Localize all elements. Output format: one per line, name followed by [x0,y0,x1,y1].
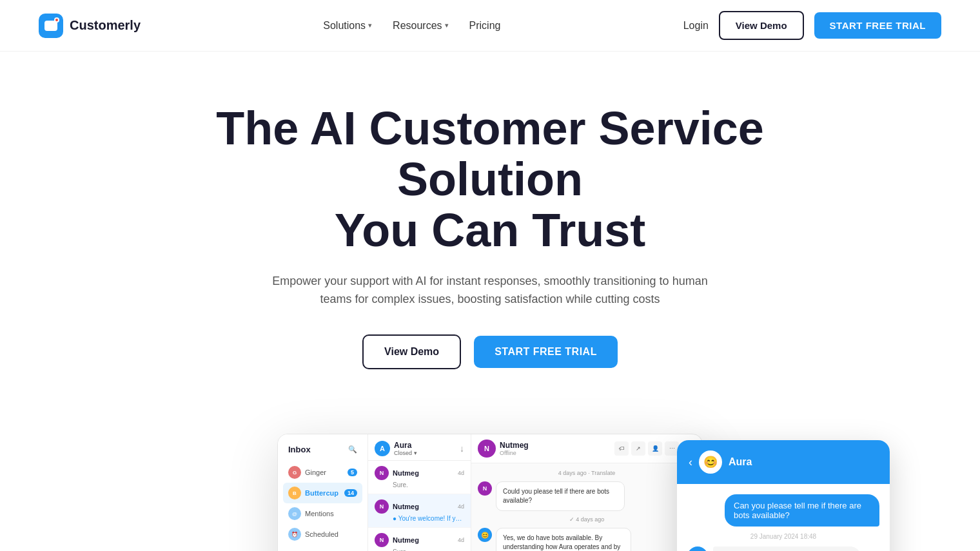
logo-text: Customerly [70,18,141,33]
widget-msg-bot-1: Yes, we do have bots available. They can… [713,546,861,551]
nav-resources[interactable]: Resources ▾ [393,20,448,32]
widget-messages: Can you please tell me if there are bots… [677,484,890,551]
conv-list-name: Aura [394,441,417,450]
conv-nutmeg-1[interactable]: N Nutmeg 4d Sure. [368,461,471,494]
conversation-list: A Aura Closed ▾ ↓ N Nutmeg 4d [368,434,471,551]
navbar: Customerly Solutions ▾ Resources ▾ Prici… [0,0,980,52]
teams-section-label: Teams ▾ [283,545,362,551]
nav-links: Solutions ▾ Resources ▾ Pricing [323,20,500,32]
inbox-ginger[interactable]: G Ginger 5 [283,462,362,483]
avatar-scheduled: ⏰ [288,528,301,541]
hero-headline: The AI Customer Service Solution You Can… [193,103,787,256]
hero-cta-buttons: View Demo START FREE TRIAL [193,334,787,369]
chat-user-info: Nutmeg Offline [500,441,529,456]
widget-msg-user-1: Can you please tell me if there are bots… [725,494,879,527]
app-window: Inbox 🔍 G Ginger 5 B Buttercup 14 @ Ment… [277,434,703,551]
chevron-down-icon: ▾ [445,21,449,30]
chat-user-avatar: N [478,440,496,458]
send-button[interactable]: ↗ [631,441,645,456]
hero-section: The AI Customer Service Solution You Can… [168,52,812,434]
assign-button[interactable]: 👤 [648,441,662,456]
conv-avatar: N [375,466,389,480]
avatar-mentions: @ [288,507,301,520]
hero-subtext: Empower your support with AI for instant… [264,272,716,309]
widget-msg-bot-row: 😊 Yes, we do have bots available. They c… [687,546,879,551]
conv-nutmeg-2[interactable]: N Nutmeg 4d ● You're welcome! If you h..… [368,494,471,528]
view-demo-button[interactable]: View Demo [719,11,804,40]
start-trial-button-nav[interactable]: START FREE TRIAL [814,12,941,39]
avatar-buttercup: B [288,487,301,499]
msg-user-avatar: N [478,481,492,496]
back-icon[interactable]: ‹ [689,456,692,469]
msg-bot-avatar: 😊 [478,528,492,542]
msg-row-user: N Could you please tell if there are bot… [478,481,696,511]
widget-bot-avatar: 😊 [699,450,722,474]
chevron-down-icon: ▾ [368,21,372,30]
widget-header: ‹ 😊 Aura [677,440,890,484]
chat-area: N Nutmeg Offline 🏷 ↗ 👤 ⋯ ⚙ 4 days ago · … [471,434,702,551]
message-date-1: 4 days ago · Translate [478,470,696,476]
avatar-ginger: G [288,466,301,479]
inbox-mentions[interactable]: @ Mentions [283,503,362,524]
login-button[interactable]: Login [683,20,709,32]
inbox-scheduled[interactable]: ⏰ Scheduled [283,524,362,545]
widget-bot-icon: 😊 [687,546,708,551]
tag-button[interactable]: 🏷 [614,441,629,456]
msg-row-bot: 😊 Yes, we do have bots available. By und… [478,528,696,551]
logo[interactable]: Customerly [39,14,141,38]
message-date-2: ✓ 4 days ago [478,516,696,523]
chat-widget: ‹ 😊 Aura Can you please tell me if there… [677,440,890,551]
aura-avatar: A [375,441,390,456]
nav-actions: Login View Demo START FREE TRIAL [683,11,941,40]
nav-solutions[interactable]: Solutions ▾ [323,20,372,32]
widget-bot-name: Aura [729,456,752,468]
conv-list-header: A Aura Closed ▾ ↓ [368,434,471,461]
hero-demo-button[interactable]: View Demo [362,334,461,369]
widget-time-1: 29 January 2024 18:48 [687,533,879,540]
message-bubble-bot: Yes, we do have bots available. By under… [496,528,631,551]
conv-avatar: N [375,533,389,547]
message-bubble-user: Could you please tell if there are bots … [496,481,625,511]
inbox-sidebar: Inbox 🔍 G Ginger 5 B Buttercup 14 @ Ment… [278,434,368,551]
inbox-buttercup[interactable]: B Buttercup 14 [283,483,362,503]
search-icon[interactable]: 🔍 [348,445,357,454]
hero-trial-button[interactable]: START FREE TRIAL [474,336,618,368]
app-preview-section: Inbox 🔍 G Ginger 5 B Buttercup 14 @ Ment… [103,434,877,551]
conv-list-status: Closed ▾ [394,450,417,456]
chat-header: N Nutmeg Offline 🏷 ↗ 👤 ⋯ ⚙ [471,434,702,463]
inbox-title: Inbox 🔍 [283,442,362,457]
chat-messages: 4 days ago · Translate N Could you pleas… [471,463,702,551]
conv-avatar: N [375,499,389,514]
nav-pricing[interactable]: Pricing [469,20,501,32]
download-icon[interactable]: ↓ [460,443,464,454]
logo-icon [39,14,63,38]
conv-nutmeg-3[interactable]: N Nutmeg 4d Sure. [368,528,471,551]
